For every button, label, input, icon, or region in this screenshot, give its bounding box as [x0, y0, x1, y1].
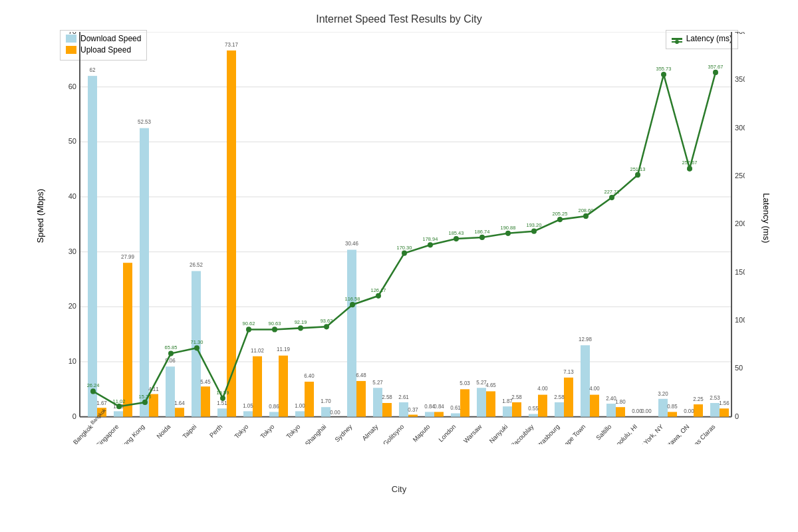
svg-text:11.19: 11.19 [277, 346, 290, 352]
bar-download-0 [88, 76, 97, 417]
bar-upload-20 [616, 407, 625, 416]
svg-text:London: London [437, 423, 457, 444]
bar-download-2 [140, 128, 149, 417]
svg-text:Saltillo: Saltillo [595, 423, 612, 442]
bar-upload-23 [694, 404, 703, 417]
chart-area: Speed (Mbps) Latency (ms) 0 10 20 30 40 … [53, 32, 745, 444]
svg-text:2.61: 2.61 [398, 394, 409, 400]
bar-download-16 [503, 406, 512, 417]
latency-dot-22 [661, 72, 666, 77]
svg-text:15.35: 15.35 [139, 394, 152, 400]
latency-dot-5 [220, 396, 225, 401]
bar-download-14 [451, 414, 460, 417]
bar-upload-12 [408, 415, 418, 417]
latency-dot-18 [557, 217, 563, 222]
svg-text:0: 0 [735, 412, 739, 420]
bar-download-20 [606, 404, 616, 417]
svg-text:Honolulu, HI: Honolulu, HI [609, 423, 639, 444]
svg-text:90.63: 90.63 [269, 321, 281, 327]
svg-text:6.48: 6.48 [356, 372, 366, 378]
bar-upload-17 [538, 395, 547, 417]
svg-text:100: 100 [735, 316, 745, 324]
svg-text:205.25: 205.25 [553, 211, 568, 217]
bar-upload-1 [123, 263, 132, 416]
svg-text:Singapore: Singapore [94, 423, 120, 444]
latency-dot-20 [609, 195, 614, 200]
bar-upload-13 [434, 412, 444, 416]
svg-text:30.46: 30.46 [345, 241, 358, 247]
svg-text:Águas Claras: Águas Claras [684, 423, 716, 444]
svg-text:2.58: 2.58 [511, 394, 522, 400]
svg-text:20: 20 [68, 302, 76, 310]
svg-text:7.13: 7.13 [563, 368, 574, 374]
svg-text:300: 300 [735, 124, 745, 132]
svg-text:62: 62 [90, 67, 96, 73]
svg-text:Sydney: Sydney [333, 423, 353, 444]
svg-text:170.30: 170.30 [397, 244, 412, 250]
svg-text:0.55: 0.55 [528, 406, 539, 412]
svg-text:4.00: 4.00 [537, 386, 548, 392]
svg-text:1.70: 1.70 [321, 398, 331, 404]
svg-text:92.19: 92.19 [295, 319, 307, 325]
svg-text:Golitsyno: Golitsyno [382, 423, 406, 444]
bar-upload-4 [201, 386, 210, 416]
latency-dot-7 [272, 327, 277, 332]
latency-dot-23 [687, 166, 692, 172]
svg-text:Shanghai: Shanghai [303, 423, 327, 444]
svg-text:65.85: 65.85 [165, 344, 178, 350]
svg-text:193.20: 193.20 [527, 222, 542, 228]
svg-text:350: 350 [735, 75, 745, 83]
latency-dot-13 [428, 242, 433, 247]
svg-text:5.27: 5.27 [372, 380, 383, 386]
bar-upload-6 [253, 356, 262, 417]
latency-dot-12 [402, 251, 407, 256]
svg-text:11.02: 11.02 [251, 347, 264, 353]
svg-text:355.73: 355.73 [656, 66, 672, 72]
svg-text:257.67: 257.67 [682, 160, 698, 166]
latency-dot-24 [713, 70, 718, 75]
svg-text:Almaty: Almaty [360, 423, 379, 442]
bar-download-6 [243, 411, 253, 416]
svg-text:60: 60 [68, 82, 76, 90]
svg-text:251.13: 251.13 [630, 166, 646, 172]
svg-text:Warsaw: Warsaw [462, 423, 483, 444]
svg-text:200: 200 [735, 219, 745, 227]
svg-text:30: 30 [68, 247, 76, 255]
latency-dot-17 [531, 229, 537, 234]
svg-text:1.00: 1.00 [295, 403, 305, 409]
svg-text:1.80: 1.80 [615, 399, 626, 405]
latency-dot-6 [246, 327, 251, 332]
bar-download-10 [347, 250, 356, 417]
svg-text:126.17: 126.17 [371, 287, 386, 293]
latency-dot-19 [583, 213, 589, 219]
svg-text:2.58: 2.58 [382, 394, 392, 400]
bar-download-5 [217, 408, 227, 416]
bar-download-22 [658, 399, 668, 417]
y-axis-label: Speed (Mbps) [35, 189, 45, 243]
bar-download-13 [425, 412, 434, 416]
bar-download-9 [321, 407, 331, 416]
svg-text:1.64: 1.64 [174, 400, 185, 406]
svg-text:Perth: Perth [208, 423, 224, 439]
svg-text:Bangkok: Bangkok [72, 423, 94, 444]
svg-text:40: 40 [68, 192, 76, 200]
svg-text:Taipei: Taipei [181, 423, 198, 440]
bar-upload-8 [305, 382, 314, 417]
bar-upload-7 [279, 356, 288, 417]
svg-text:2.58: 2.58 [554, 394, 565, 400]
svg-text:0.37: 0.37 [408, 407, 418, 413]
bar-download-17 [529, 414, 538, 417]
svg-text:70: 70 [68, 32, 76, 35]
svg-text:Strasbourg: Strasbourg [534, 423, 561, 444]
svg-text:150: 150 [735, 268, 745, 276]
latency-dot-1 [116, 404, 122, 409]
svg-text:27.99: 27.99 [121, 254, 134, 260]
latency-dot-21 [635, 172, 640, 178]
svg-text:52.53: 52.53 [138, 119, 151, 125]
svg-text:11.02: 11.02 [113, 398, 126, 404]
latency-dot-9 [324, 324, 329, 329]
svg-text:186.74: 186.74 [475, 229, 491, 235]
bar-download-19 [581, 345, 590, 416]
svg-text:Tokyo: Tokyo [259, 423, 275, 440]
latency-dot-10 [350, 302, 355, 307]
